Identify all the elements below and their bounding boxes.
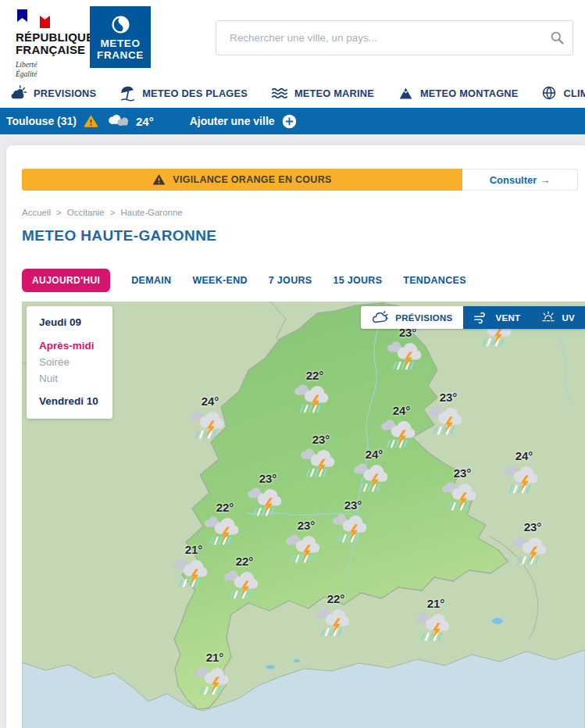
content-background: VIGILANCE ORANGE EN COURS Consulter → Ac… (0, 134, 585, 728)
breadcrumb-separator: > (56, 208, 62, 217)
uv-icon (540, 311, 556, 324)
tab-tendances[interactable]: TENDANCES (403, 275, 466, 286)
search-icon (549, 30, 565, 46)
panel-slot-soiree[interactable]: Soirée (39, 356, 98, 368)
gov-logo: RÉPUBLIQUE FRANÇAISE Liberté Égalité Fra… (16, 8, 102, 88)
nav-item-previsions[interactable]: PREVISIONS (10, 84, 96, 102)
gov-title: RÉPUBLIQUE FRANÇAISE (16, 31, 102, 56)
warning-triangle-icon (84, 115, 98, 128)
tab-week-end[interactable]: WEEK-END (192, 275, 247, 286)
forecast-tabs: AUJOURD'HUI DEMAIN WEEK-END 7 JOURS 15 J… (22, 269, 585, 292)
nav-label: METEO MONTAGNE (420, 87, 519, 99)
vigilance-triangle-icon (152, 173, 166, 186)
plus-circle-icon (282, 114, 297, 129)
brand-text: METEO FRANCE (97, 37, 144, 61)
nav-label: METEO DES PLAGES (142, 87, 248, 99)
globe-icon (541, 85, 557, 101)
toggle-previsions-label: PRÉVISIONS (395, 313, 452, 323)
nav-label: PREVISIONS (34, 87, 96, 99)
consulter-button[interactable]: Consulter → (462, 169, 578, 191)
nav-item-meteo-des-plages[interactable]: METEO DES PLAGES (119, 85, 248, 102)
tab-7-jours[interactable]: 7 JOURS (269, 275, 312, 286)
nav-item-meteo-marine[interactable]: METEO MARINE (271, 84, 374, 102)
tab-aujourdhui[interactable]: AUJOURD'HUI (22, 269, 110, 292)
cloud-icon (371, 310, 390, 325)
page-title: METEO HAUTE-GARONNE (22, 227, 585, 244)
map-layer-toggle: PRÉVISIONS VENT UV (361, 306, 585, 329)
wind-icon (473, 312, 490, 324)
header: RÉPUBLIQUE FRANÇAISE Liberté Égalité Fra… (0, 0, 585, 78)
panel-slot-nuit[interactable]: Nuit (39, 373, 98, 384)
meteo-france-globe-icon (110, 14, 131, 35)
nav-label: CLIMAT (563, 87, 585, 99)
add-city-button[interactable]: Ajouter une ville (190, 114, 297, 129)
panel-slot-apres-midi[interactable]: Après-midi (39, 340, 98, 352)
sun-cloud-icon (10, 84, 27, 102)
breadcrumb-haute-garonne[interactable]: Haute-Garonne (120, 208, 182, 217)
add-city-label: Ajouter une ville (190, 115, 275, 127)
breadcrumb-occitanie[interactable]: Occitanie (67, 208, 105, 217)
cloudy-icon (105, 113, 129, 129)
tab-15-jours[interactable]: 15 JOURS (333, 275, 382, 286)
forecast-time-panel: Jeudi 09 Après-midi Soirée Nuit Vendredi… (27, 306, 112, 419)
panel-day-jeudi[interactable]: Jeudi 09 (39, 316, 98, 328)
search-button[interactable] (541, 21, 573, 55)
toggle-previsions[interactable]: PRÉVISIONS (361, 306, 462, 329)
main-nav: PREVISIONS METEO DES PLAGES METEO MARINE… (0, 78, 585, 108)
toggle-vent-label: VENT (496, 313, 521, 323)
search-input[interactable] (216, 32, 541, 44)
content-card: VIGILANCE ORANGE EN COURS Consulter → Ac… (6, 145, 585, 728)
toggle-vent[interactable]: VENT (463, 306, 531, 329)
breadcrumb-accueil[interactable]: Accueil (22, 208, 51, 217)
beach-umbrella-icon (119, 85, 136, 102)
vigilance-label: VIGILANCE ORANGE EN COURS (173, 174, 331, 185)
breadcrumb: Accueil > Occitanie > Haute-Garonne (22, 208, 585, 217)
toggle-uv-label: UV (562, 313, 575, 323)
vigilance-banner[interactable]: VIGILANCE ORANGE EN COURS (22, 169, 462, 191)
consulter-label: Consulter (490, 174, 537, 186)
arrow-right-icon: → (540, 174, 550, 186)
city-name[interactable]: Toulouse (31) (6, 115, 77, 127)
city-temperature: 24° (136, 115, 154, 128)
city-bar: Toulouse (31) 24° Ajouter une ville (0, 108, 585, 134)
forecast-map[interactable]: Jeudi 09 Après-midi Soirée Nuit Vendredi… (22, 302, 585, 728)
alert-banner: VIGILANCE ORANGE EN COURS Consulter → (22, 169, 578, 191)
french-flag-icon (16, 8, 52, 30)
panel-day-vendredi[interactable]: Vendredi 10 (39, 395, 98, 407)
mountain-icon (398, 85, 414, 102)
breadcrumb-separator: > (110, 208, 116, 217)
tab-demain[interactable]: DEMAIN (131, 275, 171, 286)
search-box (216, 20, 573, 55)
nav-label: METEO MARINE (294, 87, 374, 99)
waves-icon (271, 84, 288, 102)
nav-item-meteo-montagne[interactable]: METEO MONTAGNE (398, 85, 519, 102)
meteo-france-logo[interactable]: METEO FRANCE (90, 6, 151, 68)
toggle-uv[interactable]: UV (530, 306, 585, 329)
nav-item-climat[interactable]: CLIMAT (541, 85, 585, 101)
